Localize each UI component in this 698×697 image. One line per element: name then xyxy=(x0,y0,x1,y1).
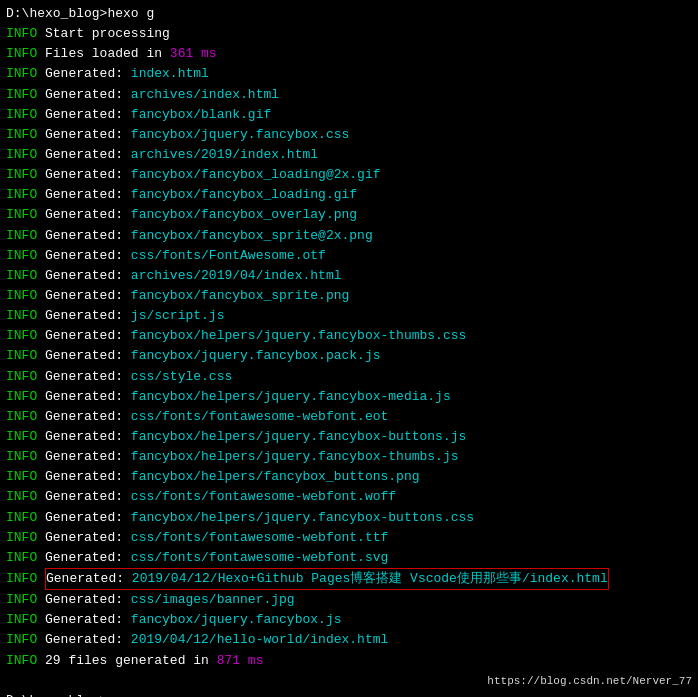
info-label: INFO xyxy=(6,610,45,630)
info-label: INFO xyxy=(6,145,45,165)
log-line: INFO Generated: fancybox/helpers/jquery.… xyxy=(6,427,692,447)
log-line: INFO Generated: css/fonts/fontawesome-we… xyxy=(6,548,692,568)
log-text: 29 files generated in 871 ms xyxy=(45,651,263,671)
log-text: Generated: archives/2019/04/index.html xyxy=(45,266,341,286)
log-text: Generated: fancybox/helpers/jquery.fancy… xyxy=(45,508,474,528)
log-line: INFO Generated: fancybox/helpers/jquery.… xyxy=(6,447,692,467)
log-line: INFO Generated: css/fonts/fontawesome-we… xyxy=(6,528,692,548)
log-text: Generated: fancybox/fancybox_sprite@2x.p… xyxy=(45,226,373,246)
info-label: INFO xyxy=(6,125,45,145)
log-text: Generated: css/fonts/fontawesome-webfont… xyxy=(45,407,388,427)
log-text: Files loaded in 361 ms xyxy=(45,44,217,64)
info-label: INFO xyxy=(6,427,45,447)
log-line: INFO Start processing xyxy=(6,24,692,44)
info-label: INFO xyxy=(6,508,45,528)
info-label: INFO xyxy=(6,185,45,205)
log-text: Generated: fancybox/helpers/jquery.fancy… xyxy=(45,447,458,467)
log-text: Generated: css/fonts/fontawesome-webfont… xyxy=(45,487,396,507)
info-label: INFO xyxy=(6,306,45,326)
info-label: INFO xyxy=(6,64,45,84)
log-line: INFO Generated: css/images/banner.jpg xyxy=(6,590,692,610)
info-label: INFO xyxy=(6,105,45,125)
log-line: INFO Generated: index.html xyxy=(6,64,692,84)
log-line: INFO Generated: 2019/04/12/hello-world/i… xyxy=(6,630,692,650)
log-line: INFO Generated: fancybox/jquery.fancybox… xyxy=(6,125,692,145)
info-label: INFO xyxy=(6,165,45,185)
info-label: INFO xyxy=(6,548,45,568)
log-text: Generated: fancybox/helpers/jquery.fancy… xyxy=(45,326,466,346)
log-text: Generated: 2019/04/12/hello-world/index.… xyxy=(45,630,388,650)
log-line: INFO Generated: css/style.css xyxy=(6,367,692,387)
info-label: INFO xyxy=(6,630,45,650)
log-line: INFO Generated: css/fonts/fontawesome-we… xyxy=(6,407,692,427)
log-line: INFO 29 files generated in 871 ms xyxy=(6,651,692,671)
log-text: Generated: fancybox/helpers/jquery.fancy… xyxy=(45,387,451,407)
log-text: Start processing xyxy=(45,24,170,44)
info-label: INFO xyxy=(6,286,45,306)
log-text: Generated: archives/2019/index.html xyxy=(45,145,318,165)
info-label: INFO xyxy=(6,487,45,507)
prompt-text-1: D:\hexo_blog>hexo g xyxy=(6,4,154,24)
log-text: Generated: index.html xyxy=(45,64,209,84)
info-label: INFO xyxy=(6,266,45,286)
highlighted-log-line: INFO Generated: 2019/04/12/Hexo+Github P… xyxy=(6,568,692,590)
log-line: INFO Generated: fancybox/fancybox_sprite… xyxy=(6,286,692,306)
info-label: INFO xyxy=(6,346,45,366)
info-label: INFO xyxy=(6,387,45,407)
log-line: INFO Generated: css/fonts/FontAwesome.ot… xyxy=(6,246,692,266)
log-line: INFO Generated: archives/index.html xyxy=(6,85,692,105)
log-text: Generated: css/images/banner.jpg xyxy=(45,590,295,610)
info-label: INFO xyxy=(6,569,45,589)
log-text: Generated: fancybox/jquery.fancybox.css xyxy=(45,125,349,145)
log-text: Generated: fancybox/blank.gif xyxy=(45,105,271,125)
log-line: INFO Generated: archives/2019/04/index.h… xyxy=(6,266,692,286)
info-label: INFO xyxy=(6,407,45,427)
info-label: INFO xyxy=(6,24,45,44)
log-line: INFO Generated: archives/2019/index.html xyxy=(6,145,692,165)
log-text: Generated: css/fonts/fontawesome-webfont… xyxy=(45,528,388,548)
log-text: Generated: fancybox/fancybox_overlay.png xyxy=(45,205,357,225)
watermark: https://blog.csdn.net/Nerver_77 xyxy=(487,675,692,687)
log-text: Generated: fancybox/helpers/fancybox_but… xyxy=(45,467,419,487)
log-line: INFO Generated: fancybox/helpers/jquery.… xyxy=(6,508,692,528)
info-label: INFO xyxy=(6,467,45,487)
log-line: INFO Generated: fancybox/jquery.fancybox… xyxy=(6,610,692,630)
prompt-line-2: D:\hexo_blog> xyxy=(6,691,692,697)
log-line: INFO Generated: fancybox/fancybox_loadin… xyxy=(6,165,692,185)
info-label: INFO xyxy=(6,367,45,387)
log-line: INFO Generated: fancybox/helpers/jquery.… xyxy=(6,326,692,346)
info-label: INFO xyxy=(6,226,45,246)
log-line: INFO Generated: fancybox/fancybox_overla… xyxy=(6,205,692,225)
log-text: Generated: archives/index.html xyxy=(45,85,279,105)
log-line: INFO Generated: fancybox/jquery.fancybox… xyxy=(6,346,692,366)
log-text: Generated: fancybox/fancybox_loading@2x.… xyxy=(45,165,380,185)
info-label: INFO xyxy=(6,651,45,671)
log-text: Generated: js/script.js xyxy=(45,306,224,326)
info-label: INFO xyxy=(6,205,45,225)
log-text: Generated: css/fonts/fontawesome-webfont… xyxy=(45,548,388,568)
log-line: INFO Generated: js/script.js xyxy=(6,306,692,326)
log-text: Generated: fancybox/helpers/jquery.fancy… xyxy=(45,427,466,447)
info-label: INFO xyxy=(6,85,45,105)
info-label: INFO xyxy=(6,528,45,548)
log-line: INFO Generated: fancybox/fancybox_loadin… xyxy=(6,185,692,205)
log-line: INFO Generated: fancybox/helpers/fancybo… xyxy=(6,467,692,487)
info-label: INFO xyxy=(6,326,45,346)
log-line: INFO Generated: fancybox/fancybox_sprite… xyxy=(6,226,692,246)
log-line: INFO Generated: css/fonts/fontawesome-we… xyxy=(6,487,692,507)
terminal: D:\hexo_blog>hexo g INFO Start processin… xyxy=(6,4,692,697)
log-text: Generated: fancybox/jquery.fancybox.js xyxy=(45,610,341,630)
log-line: INFO Files loaded in 361 ms xyxy=(6,44,692,64)
info-label: INFO xyxy=(6,44,45,64)
log-text: Generated: fancybox/jquery.fancybox.pack… xyxy=(45,346,380,366)
log-text: Generated: fancybox/fancybox_loading.gif xyxy=(45,185,357,205)
log-text: Generated: fancybox/fancybox_sprite.png xyxy=(45,286,349,306)
info-label: INFO xyxy=(6,246,45,266)
log-line: INFO Generated: fancybox/helpers/jquery.… xyxy=(6,387,692,407)
highlighted-text: Generated: 2019/04/12/Hexo+Github Pages博… xyxy=(45,568,609,590)
info-label: INFO xyxy=(6,590,45,610)
prompt-line-1: D:\hexo_blog>hexo g xyxy=(6,4,692,24)
info-label: INFO xyxy=(6,447,45,467)
log-text: Generated: css/style.css xyxy=(45,367,232,387)
prompt-text-2: D:\hexo_blog> xyxy=(6,691,107,697)
